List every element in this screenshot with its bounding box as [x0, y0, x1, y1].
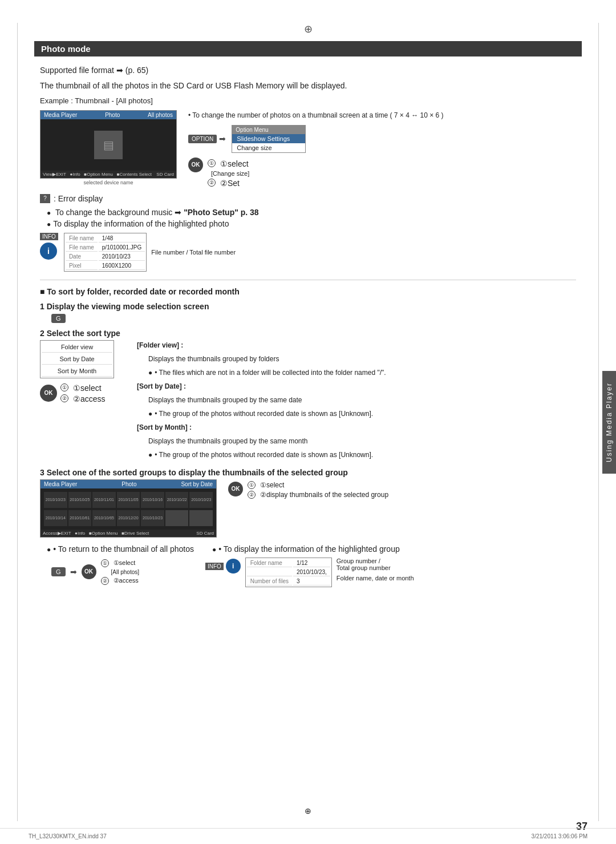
file-number-label: File number / Total file number — [151, 249, 236, 256]
info-icon: i — [40, 243, 57, 260]
sort-type-folder[interactable]: Folder view — [42, 342, 112, 353]
folder-view-label: [Folder view] : — [137, 341, 183, 349]
supported-file-text: Supported file format ➡ (p. 65) — [40, 64, 576, 76]
date-cell-1: 2010/10/23 — [44, 492, 67, 508]
change-size-label: [Change size] — [211, 170, 249, 177]
info-table-2: Folder name 1/12 2010/10/23, Number of f… — [245, 558, 332, 587]
sort-date-desc1: Displays the thumbnails grouped by the s… — [148, 395, 576, 405]
step2-heading: 2 Select the sort type — [40, 329, 576, 338]
step3-sel: ① ①select — [248, 481, 388, 489]
right-margin — [598, 23, 599, 821]
return-bullet-2: • To display the information of the high… — [212, 543, 576, 555]
date-cell-6: 2010/10/22 — [165, 492, 189, 508]
sort-type-date[interactable]: Sort by Date — [42, 354, 112, 365]
info-area: INFO i File name1/48 File namep/1010001.… — [40, 233, 576, 274]
sort-month-desc2: • The group of the photos without record… — [148, 450, 576, 460]
date-cell-14 — [189, 510, 213, 526]
folder-view-desc2: • The files which are not in a folder wi… — [148, 368, 576, 378]
footer: TH_L32U30KMTX_EN.indd 37 3/21/2011 3:06:… — [0, 828, 616, 844]
step1-heading: 1 Display the viewing mode selection scr… — [40, 302, 576, 311]
step3-disp: ② ②display thumbnails of the selected gr… — [248, 491, 388, 499]
g-button[interactable]: G — [51, 314, 66, 323]
screen-mockup-2: Media Player Photo Sort by Date 2010/10/… — [40, 479, 217, 538]
change-size-note: • To change the number of photos on a th… — [188, 110, 576, 120]
divider-1 — [40, 280, 576, 280]
date-cell-11: 2010/12/20 — [117, 510, 140, 526]
all-photos-label: [All photos] — [111, 569, 139, 575]
screen-header-2: Media Player Photo Sort by Date — [40, 480, 216, 488]
compass-icon: ⊕ — [34, 23, 582, 35]
side-tab: Using Media Player — [602, 370, 616, 473]
sort-step-1: ① ①select — [60, 383, 106, 393]
section-title: Photo mode — [34, 41, 582, 56]
total-label: Total group number — [337, 564, 414, 571]
sort-date-label: [Sort by Date] : — [137, 382, 186, 390]
ok-button-step3[interactable]: OK — [228, 482, 243, 496]
error-display: ? : Error display — [40, 194, 576, 203]
thumbnail-icon: ▤ — [103, 138, 114, 152]
description-text: The thumbnail of all the photos in the S… — [40, 80, 576, 92]
folder-label: Folder name, date or month — [337, 575, 414, 581]
step3-heading: 3 Select one of the sorted groups to dis… — [40, 468, 576, 477]
sort-heading: ■ To sort by folder, recorded date or re… — [40, 287, 576, 296]
footer-left: TH_L32U30KMTX_EN.indd 37 — [29, 833, 107, 839]
screen-footer-2: Access▶EXIT ●Info ■Option Menu ■Drive Se… — [40, 530, 216, 537]
left-margin — [17, 23, 18, 821]
date-cell-13 — [165, 510, 189, 526]
example-label: Example : Thumbnail - [All photos] — [40, 95, 576, 107]
option-menu-title: Option Menu — [232, 126, 305, 134]
step-1-row: ① ①select — [208, 159, 249, 168]
sort-date-desc2: • The group of the photos without record… — [148, 409, 576, 419]
info-label-2: INFO — [205, 563, 224, 570]
screen-mockup-1: Media Player Photo All photos ▤ View▶EXI… — [40, 110, 177, 179]
option-label: OPTION — [188, 135, 217, 143]
ok-button-sort[interactable]: OK — [40, 385, 57, 402]
option-menu-item-change-size[interactable]: Change size — [232, 143, 305, 152]
sort-month-label: [Sort by Month] : — [137, 423, 192, 431]
info-label-tag: INFO — [40, 233, 58, 240]
date-cell-9: 2010/10/61 — [68, 510, 92, 526]
footer-right: 3/21/2011 3:06:06 PM — [532, 833, 587, 839]
arrow-icon: ➡ — [219, 134, 226, 143]
return-bullet: • To return to the thumbnail of all phot… — [47, 543, 194, 555]
error-icon: ? — [40, 194, 50, 203]
screen-header-1: Media Player Photo All photos — [40, 111, 176, 119]
sort-step-2: ② ②access — [60, 394, 106, 403]
date-cell-12: 2010/10/23 — [141, 510, 164, 526]
option-menu-item-slideshow[interactable]: Slideshow Settings — [232, 134, 305, 143]
date-cell-3: 2010/11/01 — [92, 492, 116, 508]
screen-body-2: 2010/10/23 2010/10/25 2010/11/01 2010/11… — [40, 488, 216, 530]
return-step-1: ① ①select — [101, 559, 139, 567]
info-icon-2: i — [226, 559, 241, 574]
group-number-label: Group number / — [337, 558, 414, 564]
return-step-2: ② ②access — [101, 577, 139, 585]
date-cell-5: 2010/10/16 — [141, 492, 164, 508]
step-2-row: ② ②Set — [208, 179, 249, 188]
ok-button-return[interactable]: OK — [82, 564, 96, 579]
date-cell-8: 2010/10/14 — [44, 510, 67, 526]
bullet-info: To display the information of the highli… — [47, 219, 576, 228]
date-cell-2: 2010/10/25 — [68, 492, 92, 508]
device-name-label: selected device name — [40, 180, 177, 185]
date-cell-10: 2010/10/65 — [92, 510, 116, 526]
bullet-background-music: To change the background music ➡ "Photo … — [47, 208, 576, 217]
sort-type-table: Folder view Sort by Date Sort by Month — [40, 340, 114, 378]
date-cell-4: 2010/11/05 — [117, 492, 140, 508]
screen-body-1: ▤ — [40, 119, 176, 171]
ok-button[interactable]: OK — [188, 158, 203, 172]
sort-type-month[interactable]: Sort by Month — [42, 366, 112, 377]
g-button-return[interactable]: G — [51, 567, 66, 576]
screen-footer-1: View▶EXIT ●Info ■Option Menu ■Contents S… — [40, 171, 176, 178]
bottom-compass-icon: ⊕ — [305, 806, 311, 815]
info-table: File name1/48 File namep/1010001.JPG Dat… — [64, 233, 147, 272]
folder-view-desc1: Displays the thumbnails grouped by folde… — [148, 354, 576, 364]
option-menu: Option Menu Slideshow Settings Change si… — [232, 125, 306, 153]
sort-month-desc1: Displays the thumbnails grouped by the s… — [148, 436, 576, 446]
date-cell-7: 2010/10/23 — [189, 492, 213, 508]
error-label: : Error display — [54, 194, 103, 203]
